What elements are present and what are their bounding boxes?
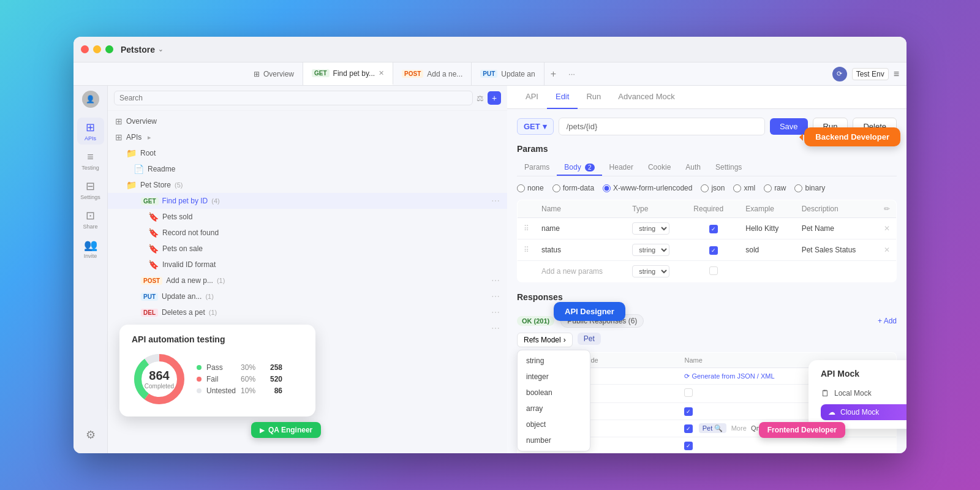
tab-overview[interactable]: ⊞ Overview <box>245 62 303 85</box>
add-response-button[interactable]: + Add <box>878 317 897 325</box>
nav-item-record-not-found[interactable]: 🔖 Record not found <box>108 225 507 241</box>
sidebar-item-share[interactable]: ⊡ Share <box>77 206 104 233</box>
nav-item-petstore[interactable]: 📁 Pet Store (5) <box>108 177 507 193</box>
more-icon-post[interactable]: ⋯ <box>491 276 500 285</box>
more-icon-get2[interactable]: ⋯ <box>491 323 500 333</box>
add-param-placeholder[interactable]: Add a new params <box>535 261 626 282</box>
nav-label-apis: APIs <box>126 133 141 141</box>
sidebar-item-settings[interactable]: ⊟ Settings <box>77 176 104 203</box>
params-tab-params[interactable]: Params <box>517 160 557 176</box>
more-options[interactable]: More <box>731 424 747 432</box>
env-select[interactable]: Test Env <box>852 68 889 80</box>
app-window: Petstore ⌄ ⊞ Overview GET Find pet by...… <box>74 37 907 453</box>
params-tab-cookie[interactable]: Cookie <box>641 160 678 176</box>
required-checkbox-status[interactable]: ✓ <box>709 246 718 255</box>
minimize-button[interactable] <box>93 45 101 53</box>
api-designer-label: API Designer <box>565 307 614 316</box>
sidebar-item-testing[interactable]: ≡ Testing <box>77 147 104 174</box>
nav-item-put[interactable]: PUT Update an... (1) ⋯ <box>108 288 507 304</box>
encoding-x-www[interactable]: X-www-form-urlencoded <box>603 184 692 192</box>
search-input[interactable] <box>114 91 473 105</box>
env-icon: ⟳ <box>832 67 847 81</box>
encoding-none[interactable]: none <box>517 184 544 192</box>
code-checkbox[interactable]: ✓ <box>684 407 693 416</box>
refs-type-integer[interactable]: integer <box>518 369 590 385</box>
root-node-checkbox[interactable] <box>684 388 693 397</box>
required-checkbox-name[interactable]: ✓ <box>709 225 718 233</box>
maximize-button[interactable] <box>105 45 113 53</box>
sub-tab-run[interactable]: Run <box>578 86 609 109</box>
url-input[interactable] <box>559 118 765 135</box>
remove-param-name-icon[interactable]: ✕ <box>884 224 890 233</box>
tab-method-badge: GET <box>312 69 330 77</box>
refs-type-object[interactable]: object <box>518 417 590 432</box>
sidebar-item-gear[interactable]: ⚙ <box>77 421 104 448</box>
params-tab-header[interactable]: Header <box>602 160 641 176</box>
tab-close-icon[interactable]: ✕ <box>379 69 384 77</box>
sub-tab-advanced-mock[interactable]: Advanced Mock <box>609 86 684 109</box>
refs-model-button[interactable]: Refs Model › <box>517 333 573 347</box>
sub-tab-edit[interactable]: Edit <box>547 86 578 109</box>
tab-add-button[interactable]: + <box>545 62 562 85</box>
nav-item-post-add[interactable]: POST Add a new p... (1) ⋯ <box>108 273 507 288</box>
nav-item-overview[interactable]: ⊞ Overview <box>108 113 507 129</box>
avatar[interactable]: 👤 <box>82 91 99 108</box>
project-name[interactable]: Petstore ⌄ <box>121 45 163 55</box>
encoding-xml[interactable]: xml <box>733 184 755 192</box>
param-type-name[interactable]: string <box>632 222 669 235</box>
folder-icon: 📁 <box>126 148 137 158</box>
refs-type-number[interactable]: number <box>518 432 590 448</box>
tab-more-button[interactable]: ··· <box>562 62 581 85</box>
table-row: ⠿ name string ✓ Hello Kitty Pet Name ✕ <box>518 218 897 239</box>
save-button[interactable]: Save <box>770 118 808 135</box>
encoding-options: none form-data X-www-form-urlencoded jso… <box>517 184 897 192</box>
params-tab-settings[interactable]: Settings <box>708 160 749 176</box>
sub-tab-api[interactable]: API <box>517 86 547 109</box>
new-param-type[interactable]: string <box>632 265 669 277</box>
id-checkbox[interactable]: ✓ <box>684 442 693 450</box>
edit-icon[interactable]: ✏ <box>884 205 890 213</box>
nav-item-root[interactable]: 📁 Root <box>108 145 507 161</box>
encoding-form-data[interactable]: form-data <box>552 184 594 192</box>
tab-post-add[interactable]: POST Add a ne... <box>393 62 472 85</box>
nav-item-find-pet[interactable]: GET Find pet by ID (4) ⋯ <box>108 193 507 209</box>
close-button[interactable] <box>81 45 89 53</box>
nav-item-pets-on-sale[interactable]: 🔖 Pets on sale <box>108 241 507 257</box>
more-icon[interactable]: ⋯ <box>491 196 500 206</box>
sidebar-item-invite[interactable]: 👥 Invite <box>77 235 104 262</box>
nav-item-pets-sold[interactable]: 🔖 Pets sold <box>108 209 507 225</box>
tab-put-update[interactable]: PUT Update an <box>472 62 544 85</box>
refs-type-boolean[interactable]: boolean <box>518 385 590 401</box>
tab-get-find[interactable]: GET Find pet by... ✕ <box>303 62 393 85</box>
nav-item-del[interactable]: DEL Deletes a pet (1) ⋯ <box>108 304 507 320</box>
cloud-mock-item[interactable]: ☁ Cloud Mock <box>821 404 907 420</box>
col-name: Name <box>535 200 626 218</box>
param-type-status[interactable]: string <box>632 244 669 256</box>
data-checkbox[interactable]: ✓ <box>684 424 693 433</box>
nav-item-apis[interactable]: ⊞ APIs ▸ <box>108 129 507 145</box>
nav-label-post-add: Add a new p... <box>166 276 213 285</box>
remove-param-status-icon[interactable]: ✕ <box>884 246 890 254</box>
nav-item-readme[interactable]: 📄 Readme <box>108 161 507 177</box>
sidebar-item-apis[interactable]: ⊞ APIs <box>77 118 104 145</box>
more-icon-del[interactable]: ⋯ <box>491 307 500 317</box>
encoding-json[interactable]: json <box>701 184 725 192</box>
refs-type-array[interactable]: array <box>518 401 590 417</box>
tab-label: Update an <box>501 70 535 78</box>
refs-type-string[interactable]: string <box>518 353 590 369</box>
nav-item-invalid-id[interactable]: 🔖 Invalid ID format <box>108 257 507 273</box>
filter-icon[interactable]: ⚖ <box>477 94 484 103</box>
env-menu-icon[interactable]: ≡ <box>894 69 899 80</box>
frontend-developer-label: Frontend Developer <box>767 426 837 434</box>
encoding-binary[interactable]: binary <box>794 184 825 192</box>
drag-handle2-icon[interactable]: ⠿ <box>524 246 529 254</box>
encoding-raw[interactable]: raw <box>764 184 786 192</box>
add-api-button[interactable]: + <box>488 91 501 105</box>
method-select[interactable]: GET ▾ <box>517 118 554 135</box>
params-tab-body[interactable]: Body 2 <box>557 160 601 176</box>
new-param-required[interactable] <box>709 266 718 275</box>
more-icon-put[interactable]: ⋯ <box>491 292 500 301</box>
body-count-badge: 2 <box>585 164 595 172</box>
drag-handle-icon[interactable]: ⠿ <box>524 224 529 233</box>
params-tab-auth[interactable]: Auth <box>678 160 708 176</box>
